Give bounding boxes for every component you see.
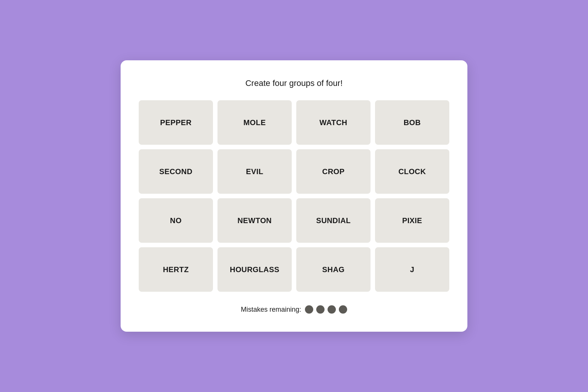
word-label-clock: CLOCK xyxy=(398,167,426,176)
word-label-second: SECOND xyxy=(159,167,193,176)
word-card-mole[interactable]: MOLE xyxy=(217,100,292,145)
game-title: Create four groups of four! xyxy=(139,78,449,88)
word-label-j: J xyxy=(410,265,415,274)
word-label-hourglass: HOURGLASS xyxy=(230,265,279,274)
word-label-newton: NEWTON xyxy=(237,216,272,225)
word-label-shag: SHAG xyxy=(322,265,345,274)
word-label-hertz: HERTZ xyxy=(163,265,189,274)
word-card-watch[interactable]: WATCH xyxy=(296,100,371,145)
word-card-evil[interactable]: EVIL xyxy=(217,149,292,194)
word-card-bob[interactable]: BOB xyxy=(375,100,449,145)
mistakes-row: Mistakes remaining: xyxy=(139,305,449,314)
word-label-pepper: PEPPER xyxy=(160,118,192,127)
word-card-j[interactable]: J xyxy=(375,247,449,292)
mistakes-label: Mistakes remaining: xyxy=(241,306,301,314)
mistake-dot-1 xyxy=(305,305,313,314)
word-card-pepper[interactable]: PEPPER xyxy=(139,100,213,145)
word-label-watch: WATCH xyxy=(320,118,348,127)
word-label-pixie: PIXIE xyxy=(402,216,422,225)
word-label-no: NO xyxy=(170,216,182,225)
word-card-newton[interactable]: NEWTON xyxy=(217,198,292,243)
word-card-sundial[interactable]: SUNDIAL xyxy=(296,198,371,243)
word-grid: PEPPERMOLEWATCHBOBSECONDEVILCROPCLOCKNON… xyxy=(139,100,449,292)
mistake-dot-2 xyxy=(316,305,325,314)
word-card-pixie[interactable]: PIXIE xyxy=(375,198,449,243)
word-label-evil: EVIL xyxy=(246,167,263,176)
word-card-hourglass[interactable]: HOURGLASS xyxy=(217,247,292,292)
word-card-hertz[interactable]: HERTZ xyxy=(139,247,213,292)
mistake-dot-4 xyxy=(339,305,347,314)
game-container: Create four groups of four! PEPPERMOLEWA… xyxy=(121,60,467,332)
mistake-dot-3 xyxy=(328,305,336,314)
word-card-second[interactable]: SECOND xyxy=(139,149,213,194)
word-label-sundial: SUNDIAL xyxy=(316,216,351,225)
word-label-mole: MOLE xyxy=(243,118,266,127)
word-card-clock[interactable]: CLOCK xyxy=(375,149,449,194)
word-label-crop: CROP xyxy=(322,167,345,176)
mistakes-dots xyxy=(305,305,347,314)
word-card-no[interactable]: NO xyxy=(139,198,213,243)
word-label-bob: BOB xyxy=(404,118,421,127)
word-card-crop[interactable]: CROP xyxy=(296,149,371,194)
word-card-shag[interactable]: SHAG xyxy=(296,247,371,292)
